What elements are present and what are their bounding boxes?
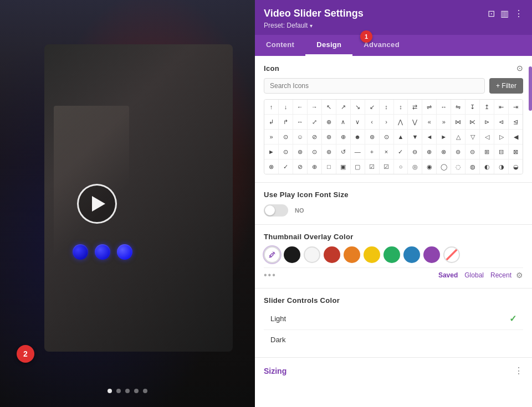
icon-cell[interactable]: » <box>437 115 451 129</box>
recent-color-tab[interactable]: Recent <box>488 270 514 280</box>
icon-cell[interactable]: ⊘ <box>308 130 321 144</box>
icon-cell[interactable]: ▽ <box>466 130 479 144</box>
icon-cell[interactable]: ↖ <box>322 100 336 114</box>
icon-cell[interactable]: ⊛ <box>293 145 307 159</box>
play-button[interactable] <box>77 184 117 224</box>
orange-swatch[interactable] <box>344 246 360 263</box>
tab-design[interactable]: Design <box>305 35 352 56</box>
icon-cell[interactable]: » <box>264 130 278 144</box>
icon-cell[interactable]: ⊗ <box>437 145 451 159</box>
icon-cell[interactable]: « <box>422 115 436 129</box>
play-icon-toggle[interactable] <box>264 204 288 217</box>
icon-cell[interactable]: ⊠ <box>509 145 523 159</box>
icon-cell[interactable]: ⊲ <box>494 115 508 129</box>
icon-search-input[interactable] <box>264 78 485 94</box>
icon-cell[interactable]: ⇋ <box>451 100 465 114</box>
icon-cell[interactable]: ↘ <box>351 100 365 114</box>
icon-cell[interactable]: ⊗ <box>264 159 278 174</box>
icon-cell[interactable]: ⊝ <box>466 145 479 159</box>
dark-option[interactable]: Dark <box>264 330 523 349</box>
icon-cell[interactable]: ⊛ <box>365 130 379 144</box>
icon-cell[interactable]: ✓ <box>394 145 408 159</box>
icon-cell[interactable]: ⊛ <box>322 145 336 159</box>
preset-label[interactable]: Preset: Default <box>264 22 308 29</box>
icon-cell[interactable]: ◁ <box>480 130 494 144</box>
icon-cell[interactable]: ☺ <box>293 130 307 144</box>
icon-target-icon[interactable]: ⊙ <box>516 64 523 73</box>
transparent-swatch[interactable] <box>443 246 460 263</box>
icon-cell[interactable]: → <box>308 100 321 114</box>
blue-swatch[interactable] <box>403 246 420 263</box>
icon-cell[interactable]: ⊞ <box>480 145 494 159</box>
icon-cell[interactable]: ⊕ <box>422 145 436 159</box>
icon-cell[interactable]: — <box>351 145 365 159</box>
icon-cell[interactable]: ◐ <box>480 159 494 174</box>
icon-cell[interactable]: + <box>365 145 379 159</box>
icon-cell[interactable]: ▼ <box>408 130 422 144</box>
icon-cell[interactable]: ↱ <box>279 115 293 129</box>
icon-cell[interactable]: ↕ <box>394 100 408 114</box>
icon-cell[interactable]: ↙ <box>365 100 379 114</box>
icon-cell[interactable]: ⊴ <box>509 115 523 129</box>
eyedropper-swatch[interactable] <box>264 246 280 263</box>
icon-cell[interactable]: ☑ <box>365 159 379 174</box>
icon-cell[interactable]: ☻ <box>351 130 365 144</box>
filter-button[interactable]: + Filter <box>489 78 523 94</box>
green-swatch[interactable] <box>383 246 400 263</box>
icon-cell[interactable]: ↗ <box>336 100 350 114</box>
tab-content[interactable]: Content <box>255 35 305 56</box>
icon-cell[interactable]: ✓ <box>279 159 293 174</box>
slide-dot-2[interactable] <box>116 389 121 393</box>
icon-cell[interactable]: ○ <box>394 159 408 174</box>
icon-cell[interactable]: ◄ <box>422 130 436 144</box>
red-swatch[interactable] <box>324 246 340 263</box>
fullscreen-icon[interactable]: ⊡ <box>488 8 495 19</box>
more-options-icon[interactable]: ⋮ <box>514 8 523 19</box>
columns-icon[interactable]: ▥ <box>500 8 509 19</box>
icon-cell[interactable]: ◑ <box>494 159 508 174</box>
icon-cell[interactable]: ▣ <box>336 159 350 174</box>
icon-cell[interactable]: ∧ <box>336 115 350 129</box>
icon-cell[interactable]: ⋈ <box>451 115 465 129</box>
icon-cell[interactable]: ⊕ <box>308 159 321 174</box>
icon-cell[interactable]: ⋀ <box>394 115 408 129</box>
icon-cell[interactable]: ◍ <box>466 159 479 174</box>
icon-cell[interactable]: ⇥ <box>509 100 523 114</box>
icon-cell[interactable]: ⊟ <box>494 145 508 159</box>
icon-cell[interactable]: ⇌ <box>422 100 436 114</box>
icon-cell[interactable]: ⤢ <box>308 115 321 129</box>
icon-cell[interactable]: ◯ <box>437 159 451 174</box>
more-dots[interactable]: ••• <box>264 270 434 280</box>
sizing-more-icon[interactable]: ⋮ <box>514 365 523 376</box>
slide-dot-4[interactable] <box>134 389 139 393</box>
icon-cell[interactable]: ⊕ <box>322 115 336 129</box>
slide-dot-3[interactable] <box>125 389 130 393</box>
icon-cell[interactable]: ⊙ <box>308 145 321 159</box>
icon-cell[interactable]: ↲ <box>264 115 278 129</box>
icon-cell[interactable]: ↓ <box>279 100 293 114</box>
icon-cell[interactable]: ⇄ <box>408 100 422 114</box>
icon-cell[interactable]: › <box>380 115 393 129</box>
icon-cell[interactable]: ⊙ <box>279 130 293 144</box>
icon-cell[interactable]: ∨ <box>351 115 365 129</box>
icon-cell[interactable]: △ <box>451 130 465 144</box>
white-swatch[interactable] <box>304 246 320 263</box>
icon-cell[interactable]: ⊳ <box>480 115 494 129</box>
icon-cell[interactable]: ‹ <box>365 115 379 129</box>
icon-cell[interactable]: ⇤ <box>494 100 508 114</box>
icon-cell[interactable]: ▢ <box>351 159 365 174</box>
color-settings-gear-icon[interactable]: ⚙ <box>516 271 523 280</box>
icon-cell[interactable]: ↺ <box>336 145 350 159</box>
icon-cell[interactable]: ↕ <box>380 100 393 114</box>
icon-cell[interactable]: ► <box>264 145 278 159</box>
icon-cell[interactable]: ◌ <box>451 159 465 174</box>
icon-cell[interactable]: ↔ <box>437 100 451 114</box>
icon-cell[interactable]: ⋁ <box>408 115 422 129</box>
icon-cell[interactable]: ⊜ <box>451 145 465 159</box>
icon-cell[interactable]: ↥ <box>480 100 494 114</box>
icon-cell[interactable]: ↧ <box>466 100 479 114</box>
icon-cell[interactable]: ↔ <box>293 115 307 129</box>
light-option[interactable]: Light ✓ <box>264 308 523 330</box>
icon-cell[interactable]: ← <box>293 100 307 114</box>
icon-cell[interactable]: ⊙ <box>279 145 293 159</box>
